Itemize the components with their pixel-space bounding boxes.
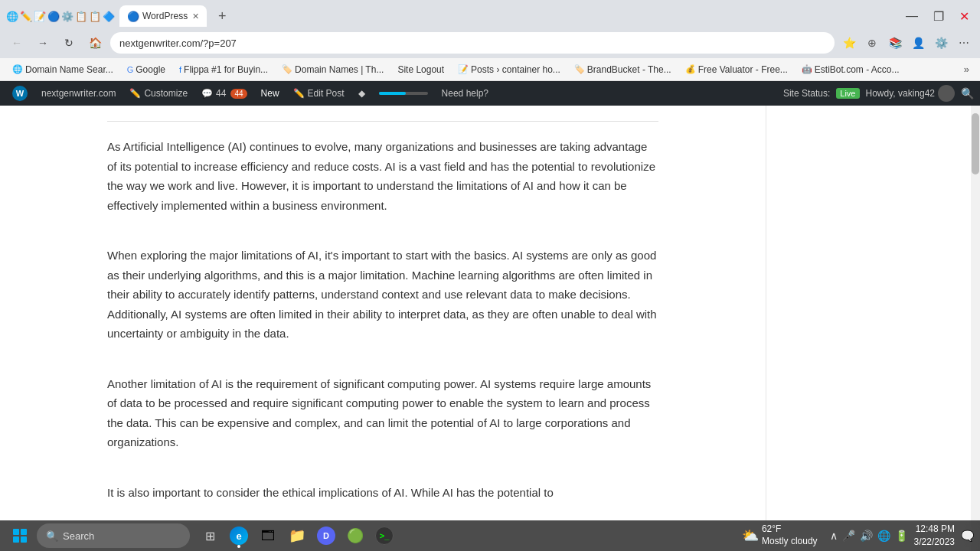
wp-edit-post[interactable]: ✏️ Edit Post [287, 81, 351, 106]
scrollbar[interactable] [971, 106, 980, 551]
main-content: As Artificial Intelligence (AI) continue… [0, 106, 980, 551]
address-bar: ← → ↻ 🏠 ⭐ ⊕ 📚 👤 ⚙️ ⋯ [0, 28, 980, 58]
taskbar-notification-icon[interactable]: 🗨️ [961, 530, 974, 542]
bookmark-posts[interactable]: 📝 Posts › container ho... [452, 63, 567, 77]
taskbar-file-explorer[interactable]: 📁 [283, 522, 311, 549]
start-button[interactable] [6, 522, 34, 549]
taskbar-apps: ⊞ e 🗔 📁 D 🟢 >_ [196, 522, 398, 549]
settings-button[interactable]: ⚙️ [931, 33, 951, 53]
wp-site-name[interactable]: nextgenwriter.com [35, 81, 122, 106]
wp-comments[interactable]: 💬 44 44 [195, 81, 253, 106]
taskbar-right: ⛅ 62°F Mostly cloudy ∧ 🎤 🔊 🌐 🔋 12:48 PM … [742, 523, 974, 549]
article-paragraph-3: Another limitation of AI is the requirem… [107, 374, 658, 452]
user-avatar [938, 85, 955, 102]
article-inner: As Artificial Intelligence (AI) continue… [77, 121, 689, 502]
address-icons: ⭐ ⊕ 📚 👤 ⚙️ ⋯ [839, 33, 974, 53]
collections-button[interactable]: 📚 [885, 33, 905, 53]
bookmark-label: Site Logout [397, 64, 444, 75]
bookmark-flippa[interactable]: f Flippa #1 for Buyin... [173, 63, 274, 77]
bookmarks-more-button[interactable]: » [959, 62, 974, 77]
wp-need-help[interactable]: Need help? [436, 81, 495, 106]
wp-site-status: Site Status: Live Howdy, vaking42 🔍 [783, 85, 974, 102]
address-input[interactable] [110, 32, 835, 54]
bookmark-site-logout[interactable]: Site Logout [391, 63, 450, 77]
taskbar-search-text: Search [63, 530, 94, 542]
wp-diamond-icon-item[interactable]: ◆ [352, 81, 371, 106]
taskbar-volume-icon[interactable]: 🔊 [860, 530, 873, 542]
account-button[interactable]: 👤 [908, 33, 928, 53]
wp-logo-letter: W [16, 89, 24, 98]
need-help-label: Need help? [442, 88, 488, 99]
bookmark-brandbucket[interactable]: 🏷️ BrandBucket - The... [568, 63, 678, 77]
comments-count: 44 [216, 88, 226, 99]
taskbar-chrome[interactable]: 🟢 [341, 522, 369, 549]
comments-icon: 💬 [201, 88, 213, 99]
tab-favicon-row: 🌐 ✏️ 📝 🔵 ⚙️ 📋 📋 🔷 [6, 11, 115, 22]
scrollbar-thumb[interactable] [972, 113, 979, 174]
bookmark-label: Posts › container ho... [471, 64, 560, 75]
taskbar-task-view[interactable]: ⊞ [196, 522, 224, 549]
bookmark-label: EstiBot.com - Acco... [815, 64, 900, 75]
weather-area[interactable]: ⛅ 62°F Mostly cloudy [742, 523, 818, 547]
bookmark-free-valuator[interactable]: 💰 Free Valuator - Free... [679, 63, 794, 77]
current-date: 3/22/2023 [914, 536, 955, 549]
taskbar-chevron-up-icon[interactable]: ∧ [830, 530, 838, 542]
bookmarks-bar: 🌐 Domain Name Sear... G Google f Flippa … [0, 58, 980, 81]
tab-bar: 🌐 ✏️ 📝 🔵 ⚙️ 📋 📋 🔷 🔵 WordPress ✕ + — ❐ ✕ [0, 0, 980, 28]
weather-condition: Mostly cloudy [762, 536, 818, 548]
taskbar-search[interactable]: 🔍 Search [37, 523, 190, 548]
minimize-button[interactable]: — [901, 8, 923, 24]
site-status-label: Site Status: [783, 88, 830, 99]
wp-customize[interactable]: ✏️ Customize [123, 81, 194, 106]
taskbar-edge[interactable]: e [225, 522, 253, 549]
bookmark-estibot[interactable]: 🤖 EstiBot.com - Acco... [795, 63, 906, 77]
wp-logo-item[interactable]: W [6, 81, 34, 106]
article-paragraph-2: When exploring the major limitations of … [107, 246, 658, 344]
comments-badge: 44 [230, 89, 247, 99]
wp-progress-bar [373, 81, 434, 106]
article-area: As Artificial Intelligence (AI) continue… [0, 106, 766, 551]
taskbar-search-icon: 🔍 [46, 530, 58, 542]
bookmark-domainnames[interactable]: 🏷️ Domain Names | Th... [276, 63, 390, 77]
weather-temp: 62°F [762, 523, 818, 536]
live-badge: Live [836, 88, 859, 99]
browser-window: 🌐 ✏️ 📝 🔵 ⚙️ 📋 📋 🔷 🔵 WordPress ✕ + — ❐ ✕ … [0, 0, 980, 106]
bookmark-domain-name[interactable]: 🌐 Domain Name Sear... [6, 63, 119, 77]
tab-label: WordPress [142, 11, 188, 21]
close-button[interactable]: ✕ [955, 8, 974, 25]
back-button[interactable]: ← [6, 32, 28, 54]
taskbar-system-icons: ∧ 🎤 🔊 🌐 🔋 [830, 530, 908, 542]
terminal-icon: >_ [375, 527, 394, 545]
bookmark-label: Flippa #1 for Buyin... [184, 64, 268, 75]
wp-new[interactable]: New [255, 81, 286, 106]
home-button[interactable]: 🏠 [84, 32, 106, 54]
taskbar-widgets[interactable]: 🗔 [254, 522, 282, 549]
refresh-button[interactable]: ↻ [58, 32, 80, 54]
extensions-button[interactable]: ⭐ [839, 33, 859, 53]
forward-button[interactable]: → [32, 32, 54, 54]
taskbar-discord[interactable]: D [312, 522, 340, 549]
favorites-button[interactable]: ⊕ [862, 33, 882, 53]
taskbar-terminal[interactable]: >_ [371, 522, 398, 549]
new-label: New [261, 88, 279, 99]
more-button[interactable]: ⋯ [954, 33, 974, 53]
bookmark-google[interactable]: G Google [121, 63, 172, 77]
taskbar-battery-icon[interactable]: 🔋 [895, 530, 908, 542]
taskbar-network-icon[interactable]: 🌐 [877, 530, 890, 542]
bookmark-label: Google [136, 64, 165, 75]
active-tab[interactable]: 🔵 WordPress ✕ [119, 5, 207, 27]
diamond-icon: ◆ [358, 88, 365, 99]
wp-howdy[interactable]: Howdy, vaking42 [866, 85, 956, 102]
wp-logo-icon: W [12, 86, 28, 101]
maximize-button[interactable]: ❐ [929, 8, 949, 25]
new-tab-button[interactable]: + [211, 5, 233, 27]
bookmark-label: BrandBucket - The... [587, 64, 671, 75]
tab-close-btn[interactable]: ✕ [192, 11, 199, 21]
taskbar-time[interactable]: 12:48 PM 3/22/2023 [914, 523, 955, 549]
wp-search-icon[interactable]: 🔍 [961, 87, 974, 99]
current-time: 12:48 PM [914, 523, 955, 536]
site-name-label: nextgenwriter.com [41, 88, 116, 99]
customize-label: Customize [144, 88, 188, 99]
taskbar-mic-icon[interactable]: 🎤 [842, 530, 855, 542]
edge-icon: e [230, 527, 248, 545]
